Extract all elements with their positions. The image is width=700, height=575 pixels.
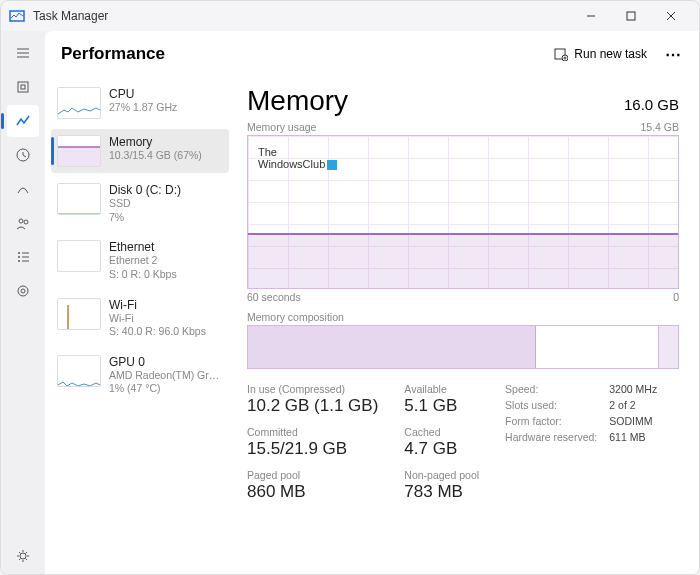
spec-form-lbl: Form factor: [505, 415, 597, 427]
maximize-button[interactable] [611, 1, 651, 31]
comp-reserved [658, 326, 678, 368]
spec-table: Speed:3200 MHz Slots used:2 of 2 Form fa… [505, 383, 657, 502]
run-task-label: Run new task [574, 47, 647, 61]
spec-slots: 2 of 2 [609, 399, 657, 411]
run-task-icon [554, 47, 568, 61]
svg-point-21 [20, 553, 26, 559]
item-label: Wi-Fi [109, 298, 223, 312]
more-button[interactable]: ⋯ [665, 45, 683, 64]
comp-free [536, 326, 658, 368]
window-title: Task Manager [33, 9, 571, 23]
axis-left: 60 seconds [247, 291, 301, 303]
spec-speed-lbl: Speed: [505, 383, 597, 395]
memory-thumb [57, 135, 101, 167]
watermark: The WindowsClub [258, 146, 337, 170]
detail-pane: Memory 16.0 GB Memory usage15.4 GB The W… [235, 77, 699, 574]
gpu-thumb [57, 355, 101, 387]
window-controls [571, 1, 691, 31]
svg-point-19 [18, 286, 28, 296]
ethernet-thumb [57, 240, 101, 272]
memory-usage-chart[interactable]: The WindowsClub [247, 135, 679, 289]
usage-label: Memory usage [247, 121, 316, 133]
spec-speed: 3200 MHz [609, 383, 657, 395]
item-sub: 27% 1.87 GHz [109, 101, 223, 115]
spec-reserved-lbl: Hardware reserved: [505, 431, 597, 443]
nav-startup[interactable] [7, 173, 39, 205]
item-label: Ethernet [109, 240, 223, 254]
page-title: Performance [61, 44, 546, 64]
stat-paged: Paged pool860 MB [247, 469, 378, 502]
cpu-thumb [57, 87, 101, 119]
detail-total: 16.0 GB [624, 96, 679, 113]
svg-rect-2 [627, 12, 635, 20]
nav-details[interactable] [7, 241, 39, 273]
minimize-button[interactable] [571, 1, 611, 31]
stats: In use (Compressed)10.2 GB (1.1 GB) Comm… [247, 383, 679, 502]
detail-title: Memory [247, 85, 624, 117]
svg-point-12 [24, 220, 28, 224]
svg-point-13 [18, 252, 20, 254]
nav-services[interactable] [7, 275, 39, 307]
sidebar-item-disk[interactable]: Disk 0 (C: D:)SSD7% [51, 177, 229, 230]
body: CPU27% 1.87 GHz Memory10.3/15.4 GB (67%)… [45, 77, 699, 574]
menu-icon[interactable] [7, 37, 39, 69]
item-sub: Ethernet 2 [109, 254, 223, 268]
item-sub2: S: 40.0 R: 96.0 Kbps [109, 325, 223, 339]
stat-available: Available5.1 GB [404, 383, 479, 416]
nav-users[interactable] [7, 207, 39, 239]
usage-fill [248, 233, 678, 288]
stat-committed: Committed15.5/21.9 GB [247, 426, 378, 459]
nav-processes[interactable] [7, 71, 39, 103]
item-label: Disk 0 (C: D:) [109, 183, 223, 197]
item-sub: 10.3/15.4 GB (67%) [109, 149, 223, 163]
nav-settings[interactable] [7, 540, 39, 572]
spec-reserved: 611 MB [609, 431, 657, 443]
item-label: CPU [109, 87, 223, 101]
sidebar-item-memory[interactable]: Memory10.3/15.4 GB (67%) [51, 129, 229, 173]
spec-form: SODIMM [609, 415, 657, 427]
memory-composition-chart[interactable] [247, 325, 679, 369]
close-button[interactable] [651, 1, 691, 31]
svg-point-17 [18, 260, 20, 262]
item-sub2: S: 0 R: 0 Kbps [109, 268, 223, 282]
nav-rail [1, 31, 45, 574]
svg-point-20 [21, 289, 25, 293]
spec-slots-lbl: Slots used: [505, 399, 597, 411]
svg-point-11 [19, 219, 23, 223]
usage-max: 15.4 GB [640, 121, 679, 133]
wifi-thumb [57, 298, 101, 330]
sidebar-item-wifi[interactable]: Wi-FiWi-FiS: 40.0 R: 96.0 Kbps [51, 292, 229, 345]
disk-thumb [57, 183, 101, 215]
nav-performance[interactable] [7, 105, 39, 137]
stat-in-use: In use (Compressed)10.2 GB (1.1 GB) [247, 383, 378, 416]
sidebar-item-gpu[interactable]: GPU 0AMD Radeon(TM) Gra...1% (47 °C) [51, 349, 229, 402]
item-sub2: 7% [109, 211, 223, 225]
item-label: GPU 0 [109, 355, 223, 369]
sidebar-item-ethernet[interactable]: EthernetEthernet 2S: 0 R: 0 Kbps [51, 234, 229, 287]
titlebar: Task Manager [1, 1, 699, 31]
axis-right: 0 [673, 291, 679, 303]
comp-in-use [248, 326, 536, 368]
item-sub: AMD Radeon(TM) Gra... [109, 369, 223, 383]
app-icon [9, 8, 25, 24]
sidebar-item-cpu[interactable]: CPU27% 1.87 GHz [51, 81, 229, 125]
svg-rect-9 [21, 85, 25, 89]
watermark-logo-icon [327, 160, 337, 170]
run-new-task-button[interactable]: Run new task [546, 43, 655, 65]
svg-rect-26 [58, 147, 101, 167]
resource-list: CPU27% 1.87 GHz Memory10.3/15.4 GB (67%)… [45, 77, 235, 574]
main-area: Performance Run new task ⋯ CPU27% 1.87 G… [1, 31, 699, 574]
stat-nonpaged: Non-paged pool783 MB [404, 469, 479, 502]
stat-cached: Cached4.7 GB [404, 426, 479, 459]
svg-point-15 [18, 256, 20, 258]
svg-rect-8 [18, 82, 28, 92]
page-header: Performance Run new task ⋯ [45, 31, 699, 77]
nav-app-history[interactable] [7, 139, 39, 171]
content: Performance Run new task ⋯ CPU27% 1.87 G… [45, 31, 699, 574]
item-sub: SSD [109, 197, 223, 211]
task-manager-window: Task Manager Performance Run ne [0, 0, 700, 575]
item-label: Memory [109, 135, 223, 149]
item-sub2: 1% (47 °C) [109, 382, 223, 396]
item-sub: Wi-Fi [109, 312, 223, 326]
comp-label: Memory composition [247, 311, 344, 323]
